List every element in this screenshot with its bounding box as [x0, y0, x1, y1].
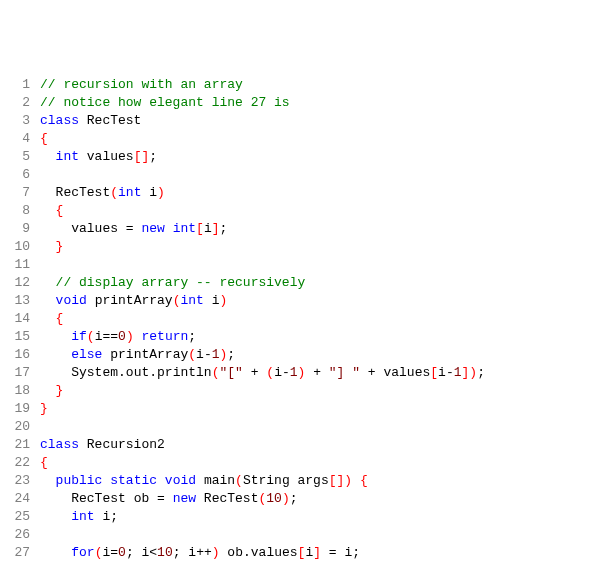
code-line: 14 { [4, 310, 611, 328]
indent [40, 293, 56, 308]
code-content [40, 526, 611, 544]
line-number: 2 [4, 94, 40, 112]
token-ident: values [251, 545, 298, 560]
code-line: 7 RecTest(int i) [4, 184, 611, 202]
code-line: 1// recursion with an array [4, 76, 611, 94]
code-content [40, 256, 611, 274]
token-semi: ; [149, 149, 157, 164]
token-brace: } [40, 401, 48, 416]
indent [40, 365, 71, 380]
token-type: void [56, 293, 87, 308]
line-number: 26 [4, 526, 40, 544]
code-content: else printArray(i-1); [40, 346, 611, 364]
code-block: 1// recursion with an array2// notice ho… [4, 76, 611, 562]
code-content: // notice how elegant line 27 is [40, 94, 611, 112]
token-paren: ) [282, 491, 290, 506]
token-ident [134, 329, 142, 344]
token-op: < [149, 545, 157, 560]
token-brace: { [40, 455, 48, 470]
line-number: 17 [4, 364, 40, 382]
line-number: 25 [4, 508, 40, 526]
token-paren: ( [235, 473, 243, 488]
code-line: 27 for(i=0; i<10; i++) ob.values[i] = i; [4, 544, 611, 562]
token-semi: ; [173, 545, 189, 560]
token-type: int [173, 221, 196, 236]
code-line: 25 int i; [4, 508, 611, 526]
token-paren: ) [212, 545, 220, 560]
token-semi: ; [477, 365, 485, 380]
token-type: void [165, 473, 196, 488]
code-line: 10 } [4, 238, 611, 256]
token-comment: // notice how elegant line 27 is [40, 95, 290, 110]
line-number: 13 [4, 292, 40, 310]
token-ident: printArray [102, 347, 188, 362]
indent [40, 239, 56, 254]
code-content: System.out.println("[" + (i-1) + "] " + … [40, 364, 611, 382]
token-ident: ob [220, 545, 243, 560]
token-type: int [118, 185, 141, 200]
code-content: // display arrary -- recursively [40, 274, 611, 292]
line-number: 8 [4, 202, 40, 220]
token-paren: ) [219, 293, 227, 308]
code-line: 23 public static void main(String args[]… [4, 472, 611, 490]
code-content: for(i=0; i<10; i++) ob.values[i] = i; [40, 544, 611, 562]
token-brace: { [56, 203, 64, 218]
token-ident: RecTest [196, 491, 258, 506]
token-keyword: class [40, 437, 79, 452]
code-line: 9 values = new int[i]; [4, 220, 611, 238]
token-keyword: public [56, 473, 103, 488]
token-ident: main [196, 473, 235, 488]
code-content: { [40, 130, 611, 148]
indent [40, 275, 56, 290]
token-number: 1 [290, 365, 298, 380]
indent [40, 185, 56, 200]
token-brace: { [56, 311, 64, 326]
token-number: 0 [118, 329, 126, 344]
line-number: 10 [4, 238, 40, 256]
token-bracket: [ [196, 221, 204, 236]
token-number: 1 [454, 365, 462, 380]
code-line: 20 [4, 418, 611, 436]
token-op: - [282, 365, 290, 380]
token-number: 1 [212, 347, 220, 362]
token-ident: values [383, 365, 430, 380]
code-content: } [40, 400, 611, 418]
token-brace: { [40, 131, 48, 146]
token-type: int [56, 149, 79, 164]
token-ident: i [204, 293, 220, 308]
line-number: 21 [4, 436, 40, 454]
code-content: { [40, 310, 611, 328]
token-op: ++ [196, 545, 212, 560]
code-line: 19} [4, 400, 611, 418]
token-ident: String args [243, 473, 329, 488]
code-content [40, 166, 611, 184]
line-number: 5 [4, 148, 40, 166]
indent [40, 473, 56, 488]
code-content: if(i==0) return; [40, 328, 611, 346]
token-ident: System [71, 365, 118, 380]
code-line: 8 { [4, 202, 611, 220]
token-semi: ; [188, 329, 196, 344]
code-line: 21class Recursion2 [4, 436, 611, 454]
token-ident: println [157, 365, 212, 380]
indent [40, 383, 56, 398]
token-op: + [251, 365, 267, 380]
token-paren: ) [469, 365, 477, 380]
token-ident: values [71, 221, 126, 236]
token-type: int [180, 293, 203, 308]
token-string: "[" [219, 365, 242, 380]
token-op: = [126, 221, 142, 236]
token-ident [360, 365, 368, 380]
token-op: - [204, 347, 212, 362]
token-brace: } [56, 239, 64, 254]
token-dot: . [243, 545, 251, 560]
line-number: 4 [4, 130, 40, 148]
token-op: + [368, 365, 384, 380]
token-keyword: for [71, 545, 94, 560]
code-line: 2// notice how elegant line 27 is [4, 94, 611, 112]
line-number: 27 [4, 544, 40, 562]
line-number: 12 [4, 274, 40, 292]
code-line: 18 } [4, 382, 611, 400]
code-line: 13 void printArray(int i) [4, 292, 611, 310]
token-ident: out [126, 365, 149, 380]
